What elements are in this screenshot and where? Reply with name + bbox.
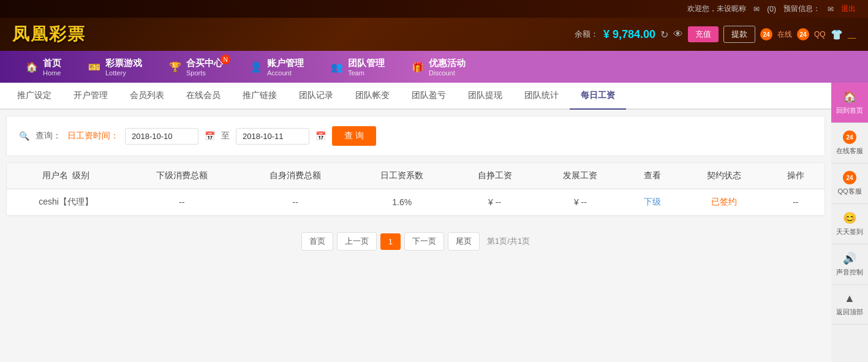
sidebar-home-label: 回到首页 — [836, 106, 863, 115]
online-service-icon: 24 — [843, 130, 856, 144]
tab-zaixian-huiyuan[interactable]: 在线会员 — [175, 83, 232, 110]
query-area: 🔍 查询： 日工资时间： 📅 至 📅 查 询 — [6, 116, 825, 156]
page-last-button[interactable]: 尾页 — [448, 232, 480, 251]
calendar-to-icon[interactable]: 📅 — [315, 131, 326, 141]
data-table: 用户名 级别 下级消费总额 自身消费总额 日工资系数 自挣工资 发展工资 查看 … — [7, 163, 825, 216]
cell-view[interactable]: 下级 — [623, 189, 681, 216]
right-sidebar: 🏠 回到首页 24 在线客服 24 QQ客服 😊 天天签到 🔊 声音控制 ▲ 返… — [831, 83, 868, 362]
sidebar-qq-button[interactable]: 24 QQ客服 — [831, 164, 868, 204]
qq-icon: 24 — [843, 171, 856, 184]
badge-24-kefu: 24 — [760, 28, 772, 40]
page-next-button[interactable]: 下一页 — [404, 232, 444, 251]
cell-contract-status: 已签约 — [681, 189, 767, 216]
nav-bar: 🏠 首页 Home 🎫 彩票游戏 Lottery 🏆 合买中心 Sports N — [0, 51, 868, 83]
logo: 凤凰彩票 — [12, 23, 86, 46]
eye-icon[interactable]: 👁 — [673, 29, 683, 40]
page-info: 第1页/共1页 — [487, 236, 530, 247]
sidebar-signin-button[interactable]: 😊 天天签到 — [831, 204, 868, 244]
calendar-from-icon[interactable]: 📅 — [205, 131, 215, 141]
tab-tuandui-jilu[interactable]: 团队记录 — [288, 83, 344, 110]
qq-service-link[interactable]: QQ — [814, 30, 826, 39]
date-to-input[interactable] — [236, 128, 309, 145]
tab-meiri-gongzi[interactable]: 每日工资 — [570, 83, 626, 110]
online-service-link[interactable]: 在线 — [777, 29, 792, 40]
tabs-bar: 推广设定 开户管理 会员列表 在线会员 推广链接 团队记录 团队帐变 团队盈亏 … — [0, 83, 831, 110]
nav-sports-badge: N — [221, 55, 230, 64]
tab-tuandui-zhangbian[interactable]: 团队帐变 — [344, 83, 401, 110]
nav-team-en: Team — [348, 69, 385, 77]
tab-tuandui-tongji[interactable]: 团队统计 — [513, 83, 570, 110]
cell-dev-salary: ¥ -- — [537, 189, 623, 216]
cell-daily-rate: 1.6% — [352, 189, 452, 216]
sidebar-top-label: 返回顶部 — [836, 307, 863, 317]
table-row: ceshi【代理】 -- -- 1.6% ¥ -- ¥ -- 下级 已签约 -- — [7, 189, 825, 216]
search-icon: 🔍 — [19, 131, 29, 141]
nav-lottery[interactable]: 🎫 彩票游戏 Lottery — [75, 51, 156, 83]
sidebar-sound-label: 声音控制 — [836, 268, 863, 277]
nav-lottery-cn: 彩票游戏 — [105, 58, 142, 69]
nav-team[interactable]: 👥 团队管理 Team — [317, 51, 398, 83]
sidebar-signin-label: 天天签到 — [836, 227, 863, 236]
refresh-icon[interactable]: ↻ — [660, 29, 668, 40]
user-page-link[interactable]: __ — [848, 30, 856, 39]
tiqian-button[interactable]: 提款 — [723, 26, 755, 43]
nav-discount[interactable]: 🎁 优惠活动 Discount — [398, 51, 479, 83]
welcome-text: 欢迎您，未设昵称 — [687, 4, 746, 14]
col-username: 用户名 级别 — [7, 163, 125, 189]
page-current-button[interactable]: 1 — [380, 233, 401, 250]
signin-icon: 😊 — [843, 211, 856, 225]
nav-sports[interactable]: 🏆 合买中心 Sports N — [156, 51, 236, 83]
table-header: 用户名 级别 下级消费总额 自身消费总额 日工资系数 自挣工资 发展工资 查看 … — [7, 163, 825, 189]
tab-tuiguang-lianjie[interactable]: 推广链接 — [232, 83, 288, 110]
main-content: 推广设定 开户管理 会员列表 在线会员 推广链接 团队记录 团队帐变 团队盈亏 … — [0, 83, 831, 362]
date-from-input[interactable] — [125, 128, 198, 145]
top-icon: ▲ — [844, 292, 855, 305]
sidebar-sound-button[interactable]: 🔊 声音控制 — [831, 244, 868, 285]
lottery-nav-icon: 🎫 — [88, 61, 100, 73]
tab-tuiguang-shezheng[interactable]: 推广设定 — [6, 83, 62, 110]
nav-account-cn: 账户管理 — [267, 58, 304, 69]
cell-self-salary: ¥ -- — [452, 189, 538, 216]
col-dev-salary: 发展工资 — [537, 163, 623, 189]
col-view: 查看 — [623, 163, 681, 189]
reserve-label: 预留信息： — [783, 4, 820, 14]
chongzhi-button[interactable]: 充值 — [688, 26, 719, 42]
reserve-icon: ✉ — [828, 5, 834, 13]
nav-home-cn: 首页 — [43, 58, 61, 69]
table-body: ceshi【代理】 -- -- 1.6% ¥ -- ¥ -- 下级 已签约 -- — [7, 189, 825, 216]
col-self-consumption: 自身消费总额 — [239, 163, 352, 189]
sidebar-home-button[interactable]: 🏠 回到首页 — [831, 83, 868, 123]
home-sidebar-icon: 🏠 — [843, 90, 856, 104]
sound-icon: 🔊 — [843, 252, 856, 265]
col-lower-consumption: 下级消费总额 — [125, 163, 238, 189]
query-button[interactable]: 查 询 — [332, 126, 376, 146]
tab-tuandui-tixian[interactable]: 团队提现 — [457, 83, 513, 110]
to-label: 至 — [221, 130, 230, 141]
tab-kaihu-guanli[interactable]: 开户管理 — [62, 83, 119, 110]
col-daily-rate: 日工资系数 — [352, 163, 452, 189]
sidebar-online-service-button[interactable]: 24 在线客服 — [831, 123, 868, 164]
sports-nav-icon: 🏆 — [169, 61, 181, 73]
badge-24-qq: 24 — [797, 28, 809, 40]
nav-discount-en: Discount — [429, 69, 466, 77]
nav-account[interactable]: 👤 账户管理 Account — [236, 51, 317, 83]
tab-tuandui-yingkui[interactable]: 团队盈亏 — [401, 83, 457, 110]
top-header: 凤凰彩票 余额： ¥ 9,784.00 ↻ 👁 充值 提款 24 在线 24 Q… — [0, 18, 868, 51]
sidebar-online-label: 在线客服 — [836, 146, 863, 156]
nav-home-en: Home — [43, 69, 61, 77]
cell-lower-consumption: -- — [125, 189, 238, 216]
nav-home[interactable]: 🏠 首页 Home — [12, 51, 75, 83]
nav-discount-cn: 优惠活动 — [429, 58, 466, 69]
nav-team-cn: 团队管理 — [348, 58, 385, 69]
mail-count: (0) — [767, 5, 776, 13]
col-self-salary: 自挣工资 — [452, 163, 538, 189]
nav-sports-en: Sports — [186, 69, 223, 77]
shirt-icon: 👕 — [831, 29, 843, 40]
page-prev-button[interactable]: 上一页 — [337, 232, 377, 251]
balance-amount: ¥ 9,784.00 — [603, 28, 655, 41]
page-first-button[interactable]: 首页 — [301, 232, 333, 251]
logout-link[interactable]: 退出 — [841, 4, 856, 14]
sidebar-top-button[interactable]: ▲ 返回顶部 — [831, 285, 868, 325]
col-contract-status: 契约状态 — [681, 163, 767, 189]
tab-huiyuan-liebiao[interactable]: 会员列表 — [119, 83, 175, 110]
